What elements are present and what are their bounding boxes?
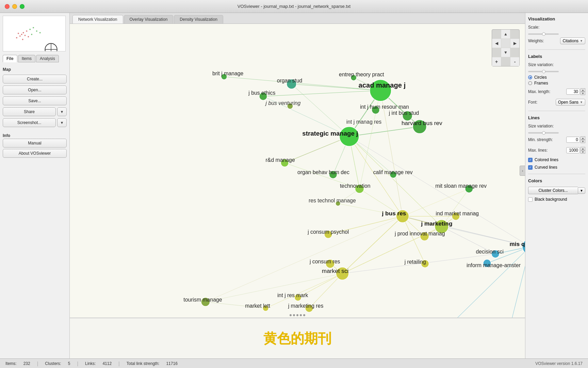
min-strength-up[interactable]: ▲	[581, 136, 585, 140]
info-section-title: Info	[3, 133, 67, 138]
minimize-button[interactable]	[12, 4, 17, 9]
size-variation-slider[interactable]	[528, 71, 559, 72]
links-label: Links:	[85, 361, 96, 366]
window-title: VOSviewer - journal_map.txt - journal_ne…	[238, 4, 350, 9]
svg-point-7	[22, 39, 23, 40]
version-label: VOSviewer version 1.6.17	[535, 361, 583, 366]
statusbar: Items: 232 | Clusters: 5 | Links: 4112 |…	[0, 358, 588, 368]
open-button[interactable]: Open...	[3, 86, 67, 94]
max-lines-down[interactable]: ▼	[581, 150, 585, 154]
black-bg-check	[528, 197, 533, 202]
svg-point-9	[29, 29, 31, 30]
lines-size-slider[interactable]	[528, 132, 559, 134]
svg-text:decision sci: decision sci	[476, 249, 504, 255]
tab-items[interactable]: Items	[18, 55, 35, 62]
curved-lines-label: Curved lines	[535, 165, 557, 170]
right-panel: Visualization Scale: Weights: Citations …	[525, 13, 588, 358]
items-label: Items:	[5, 361, 17, 366]
tab-density[interactable]: Density Visualization	[174, 15, 223, 24]
font-row: Font: Open Sans ▼	[528, 99, 585, 106]
screenshot-row: Screenshot... ▼	[3, 118, 67, 127]
max-length-up[interactable]: ▲	[581, 88, 585, 92]
circles-radio[interactable]: Circles	[528, 75, 585, 80]
lines-size-row: Size variation:	[528, 124, 585, 128]
black-bg-checkbox[interactable]: Black background	[528, 197, 585, 202]
sep1: |	[37, 361, 38, 366]
cluster-colors-dropdown[interactable]: ▼	[578, 187, 585, 194]
clusters-value: 5	[68, 361, 70, 366]
min-strength-row: Min. strength: ▲ ▼	[528, 136, 585, 143]
screenshot-dropdown[interactable]: ▼	[57, 118, 67, 127]
svg-point-4	[18, 33, 19, 34]
save-button[interactable]: Save...	[3, 96, 67, 105]
nav-right-button[interactable]: ▶	[510, 39, 519, 48]
divider-3	[528, 174, 585, 174]
svg-text:int j res mark: int j res mark	[277, 292, 308, 298]
colored-lines-checkbox[interactable]: Colored lines	[528, 157, 585, 162]
circles-label: Circles	[534, 75, 547, 80]
viz-area[interactable]: brit j manage entrep theory pract organ …	[70, 24, 525, 318]
max-lines-field[interactable]	[566, 147, 580, 153]
svg-text:j bus res: j bus res	[382, 210, 406, 217]
font-select[interactable]: Open Sans ▼	[556, 99, 585, 106]
max-length-field[interactable]	[566, 89, 580, 95]
minimap	[3, 16, 66, 51]
svg-text:entrep theory pract: entrep theory pract	[339, 72, 384, 77]
font-value: Open Sans	[558, 100, 578, 105]
max-length-stepper: ▲ ▼	[581, 88, 585, 95]
create-button[interactable]: Create...	[3, 75, 67, 83]
dot	[296, 314, 298, 316]
zoom-in-button[interactable]: +	[492, 57, 501, 66]
lines-size-label: Size variation:	[528, 124, 554, 128]
tab-file[interactable]: File	[3, 55, 17, 62]
labels-title: Labels	[528, 54, 585, 59]
share-dropdown[interactable]: ▼	[57, 107, 67, 116]
svg-text:brit j manage: brit j manage	[212, 71, 244, 76]
max-length-down[interactable]: ▼	[581, 92, 585, 95]
share-button[interactable]: Share	[3, 107, 56, 116]
nav-up-button[interactable]: ▲	[501, 30, 510, 39]
cluster-colors-button[interactable]: Cluster Colors...	[528, 187, 578, 194]
font-label: Font:	[528, 100, 537, 105]
svg-text:acad manage j: acad manage j	[359, 81, 406, 89]
close-button[interactable]	[5, 4, 10, 9]
manual-button[interactable]: Manual	[3, 139, 67, 148]
nav-left-button[interactable]: ◀	[492, 39, 501, 48]
svg-text:strategic manage j: strategic manage j	[302, 130, 358, 137]
nav-down-button[interactable]: ▼	[501, 48, 510, 57]
zoom-out-button[interactable]: -	[510, 57, 519, 66]
max-lines-label: Max. lines:	[528, 148, 548, 153]
svg-text:j marketing: j marketing	[421, 220, 452, 227]
max-lines-stepper: ▲ ▼	[581, 147, 585, 154]
weights-select[interactable]: Citations ▼	[560, 37, 585, 44]
max-length-row: Max. length: ▲ ▼	[528, 88, 585, 95]
font-arrow: ▼	[580, 101, 583, 104]
scale-slider-thumb[interactable]	[542, 32, 545, 36]
frames-radio[interactable]: Frames	[528, 81, 585, 86]
colors-title: Colors	[528, 178, 585, 183]
tab-overlay[interactable]: Overlay Visualization	[124, 15, 174, 24]
expand-panel-button[interactable]: ›	[520, 166, 525, 176]
svg-text:mit sloan manage rev: mit sloan manage rev	[435, 183, 487, 189]
main-tabs: Network Visualization Overlay Visualizat…	[70, 13, 525, 24]
svg-text:technovation: technovation	[340, 183, 371, 189]
svg-point-8	[16, 37, 17, 39]
svg-point-6	[28, 36, 29, 37]
max-lines-up[interactable]: ▲	[581, 147, 585, 150]
min-strength-field[interactable]	[566, 137, 580, 143]
scale-row: Scale:	[528, 25, 585, 30]
curved-lines-checkbox[interactable]: Curved lines	[528, 165, 585, 170]
max-lines-input: ▲ ▼	[566, 147, 585, 154]
tab-network[interactable]: Network Visualization	[72, 15, 123, 24]
size-slider-thumb[interactable]	[542, 70, 545, 73]
min-strength-down[interactable]: ▼	[581, 140, 585, 143]
lines-slider-thumb[interactable]	[542, 131, 545, 135]
svg-point-13	[39, 32, 41, 33]
scale-slider[interactable]	[528, 33, 559, 35]
maximize-button[interactable]	[20, 4, 24, 9]
svg-text:j bus ethics: j bus ethics	[248, 90, 275, 96]
tab-analysis[interactable]: Analysis	[36, 55, 59, 62]
screenshot-button[interactable]: Screenshot...	[3, 118, 56, 127]
about-button[interactable]: About VOSviewer	[3, 149, 67, 158]
svg-text:tourism manage: tourism manage	[183, 297, 222, 303]
